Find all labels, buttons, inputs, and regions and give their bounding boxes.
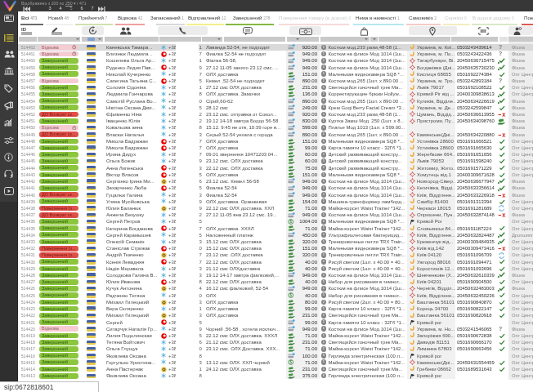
svg-text:ID: ID <box>21 27 27 32</box>
